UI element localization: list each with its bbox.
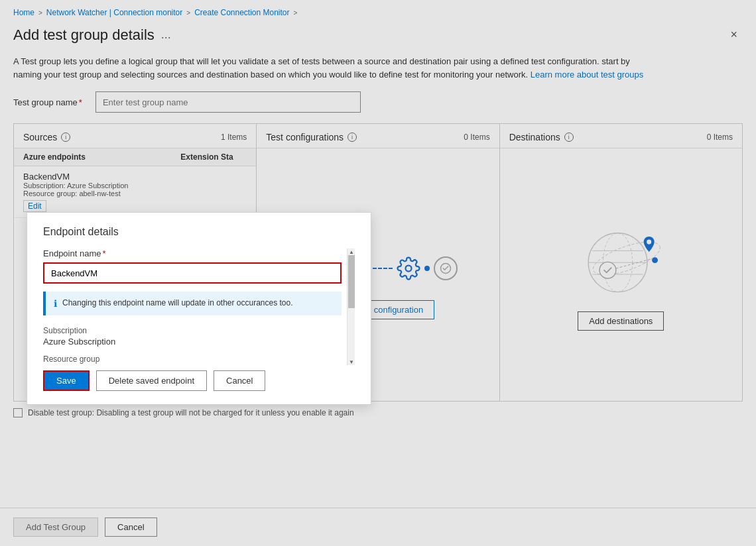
popup-save-button[interactable]: Save: [43, 370, 90, 391]
popup-required-marker: *: [102, 248, 105, 258]
resource-group-label: Resource group: [43, 355, 342, 364]
subscription-label: Subscription: [43, 326, 342, 335]
scrollbar-down-arrow[interactable]: ▼: [348, 358, 355, 365]
info-box-text: Changing this endpoint name will update …: [62, 298, 293, 309]
popup-input-wrap: [43, 262, 342, 284]
scrollbar-up-arrow[interactable]: ▲: [348, 248, 355, 255]
popup-body: Endpoint name* ℹ Changing this endpoint …: [43, 248, 355, 365]
popup-delete-button[interactable]: Delete saved endpoint: [96, 370, 207, 391]
popup-actions: Save Delete saved endpoint Cancel: [43, 370, 355, 391]
popup-title: Endpoint details: [43, 226, 355, 238]
subscription-value: Azure Subscription: [43, 337, 342, 347]
popup-field-label: Endpoint name*: [43, 248, 342, 258]
info-box: ℹ Changing this endpoint name will updat…: [43, 292, 342, 315]
popup-cancel-button[interactable]: Cancel: [214, 370, 265, 391]
endpoint-details-popup: Endpoint details Endpoint name* ℹ Changi…: [27, 212, 371, 405]
popup-scrollbar[interactable]: ▲ ▼: [347, 248, 355, 365]
info-box-icon: ℹ: [54, 298, 57, 309]
endpoint-name-input[interactable]: [43, 262, 342, 284]
scrollbar-thumb[interactable]: [348, 255, 355, 308]
